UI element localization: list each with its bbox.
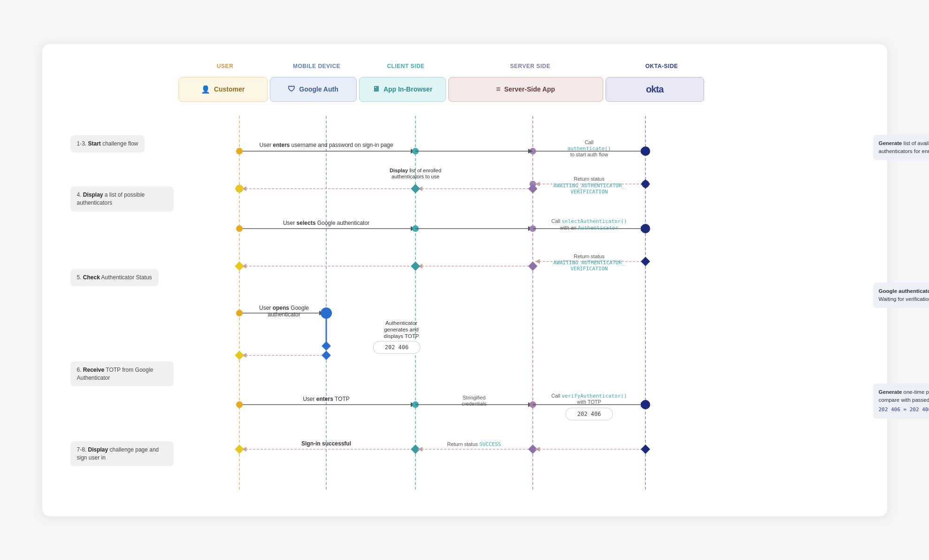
- msg-gen-totp-2: generates and: [384, 327, 419, 332]
- google-auth-label: Google Auth: [299, 85, 338, 93]
- msg-awaiting-1b: VERIFICATION: [570, 189, 607, 195]
- diagram-wrapper: USER MOBILE DEVICE CLIENT SIDE SERVER SI…: [42, 44, 887, 516]
- msg-stringify: Stringified: [462, 395, 485, 400]
- google-auth-icon: 🛡: [288, 85, 295, 93]
- msg-return-success-label: Return status SUCCESS: [447, 441, 501, 447]
- dot-mobile-r5: [321, 307, 332, 319]
- swimlane-boxes: 👤 Customer 🛡 Google Auth 🖥 App In-Browse…: [178, 77, 859, 102]
- totp-code-1: 202 406: [384, 344, 408, 351]
- dot-user-r1: [236, 148, 243, 154]
- step-5-label: 7-8. Display challenge page and sign use…: [70, 441, 174, 467]
- msg-opens-2: authenticator: [268, 311, 300, 318]
- swimlane-customer: 👤 Customer: [178, 77, 268, 102]
- msg-display-list-2: authenticators to use: [391, 174, 439, 179]
- customer-label: Customer: [214, 85, 245, 93]
- msg-select-auth-label: Call selectAuthenticator(): [551, 218, 627, 224]
- diamond-server-r2: [528, 184, 537, 193]
- msg-awaiting-2a: AWAITING_AUTHENTICATOR_: [553, 260, 625, 266]
- diamond-client-r4: [411, 261, 420, 271]
- msg-display-list: Display list of enrolled: [389, 168, 441, 173]
- msg-signin-success: Sign-in successful: [301, 440, 351, 447]
- col-okta-label: OKTA-SIDE: [610, 63, 714, 69]
- dot-okta-r6: [641, 400, 650, 409]
- msg-select-auth-2: with an Authenticator: [559, 225, 618, 231]
- step-3-label: 5. Check Authenticator Status: [70, 269, 159, 286]
- dot-user-r5: [236, 310, 243, 316]
- steps-sidebar: 1-3. Start challenge flow 4. Display a l…: [70, 116, 174, 493]
- diamond-okta-r4: [641, 257, 650, 266]
- col-mobile-label: MOBILE DEVICE: [272, 63, 361, 69]
- swimlane-okta: okta: [606, 77, 704, 102]
- diamond-client-r2: [411, 184, 420, 193]
- ann3-code: 202 406 = 202 406: [879, 406, 929, 414]
- dot-okta-r1: [641, 146, 650, 156]
- swimlane-app-browser: 🖥 App In-Browser: [359, 77, 446, 102]
- diagram-body: 1-3. Start challenge flow 4. Display a l…: [70, 116, 859, 493]
- msg-verify-label: Call verifyAuthenticator(): [551, 393, 627, 399]
- step-1-label: 1-3. Start challenge flow: [70, 135, 145, 153]
- diamond-user-r2: [235, 184, 244, 193]
- dot-user-r3: [236, 225, 243, 232]
- swimlane-google-auth: 🛡 Google Auth: [270, 77, 357, 102]
- msg-awaiting-2b: VERIFICATION: [570, 266, 607, 272]
- annotation-1: Generate list of available authenticator…: [873, 135, 929, 161]
- columns-header: USER MOBILE DEVICE CLIENT SIDE SERVER SI…: [178, 63, 859, 69]
- col-client-label: CLIENT SIDE: [361, 63, 451, 69]
- msg-opens: User opens Google: [259, 305, 308, 311]
- diamond-user-r7: [235, 445, 244, 454]
- ann3-text: Generate one-time password and compare w…: [879, 389, 929, 403]
- msg-gen-totp-3: displays TOTP: [384, 333, 419, 339]
- arrow-server-return-r7-head: [418, 447, 422, 452]
- annotation-2: Google authenticator selected. Waiting f…: [873, 283, 929, 308]
- msg-authenticate-label: Call: [584, 139, 593, 145]
- app-browser-label: App In-Browser: [384, 85, 432, 93]
- msg-gen-totp: Authenticator: [385, 320, 417, 326]
- diamond-server-r4: [528, 261, 537, 271]
- diamond-okta-r2: [641, 179, 650, 189]
- msg-authenticate-code: authenticate(): [567, 146, 611, 152]
- step-2-label: 4. Display a list of possible authentica…: [70, 186, 174, 212]
- okta-logo: okta: [646, 84, 663, 95]
- dot-okta-r3: [641, 224, 650, 233]
- diamond-user-r5: [235, 351, 244, 360]
- msg-verify-with: with TOTP: [576, 399, 601, 405]
- app-browser-icon: 🖥: [372, 85, 380, 93]
- col-user-label: USER: [178, 63, 272, 69]
- dot-user-r6: [236, 401, 243, 408]
- step-4-label: 6. Receive TOTP from Google Authenticato…: [70, 361, 174, 387]
- msg-m1: User enters username and password on sig…: [259, 142, 393, 148]
- arrow-okta-return-r7-head: [535, 447, 540, 452]
- customer-icon: 👤: [201, 85, 210, 94]
- server-app-label: Server-Side App: [504, 85, 555, 93]
- totp-code-2: 202 406: [577, 411, 601, 417]
- msg-stringify-2: credentials: [461, 401, 487, 407]
- diamond-user-r4: [235, 261, 244, 271]
- col-server-label: SERVER SIDE: [451, 63, 610, 69]
- msg-select: User selects Google authenticator: [283, 220, 369, 226]
- msg-authenticate-suffix: to start auth flow: [570, 152, 608, 157]
- diamond-mobile-r5: [322, 341, 331, 351]
- msg-return-status-1: Return status: [574, 176, 605, 182]
- msg-awaiting-1: AWAITING_AUTHENTICATOR_: [553, 183, 625, 189]
- diamond-mobile-return-r5: [322, 351, 331, 360]
- diamond-okta-r7: [641, 445, 650, 454]
- msg-enter-totp: User enters TOTP: [303, 396, 350, 402]
- ann1-text: Generate list of available authenticator…: [879, 140, 929, 154]
- sequence-diagram: User enters username and password on sig…: [178, 116, 859, 493]
- ann2-text: Google authenticator selected. Waiting f…: [879, 288, 929, 302]
- msg-return-2: Return status: [574, 253, 605, 259]
- server-app-icon: ≡: [496, 85, 500, 93]
- main-svg: User enters username and password on sig…: [178, 116, 859, 491]
- swimlane-server-app: ≡ Server-Side App: [448, 77, 603, 102]
- arrow-return-r2-head: [535, 259, 540, 264]
- annotation-3: Generate one-time password and compare w…: [873, 384, 929, 419]
